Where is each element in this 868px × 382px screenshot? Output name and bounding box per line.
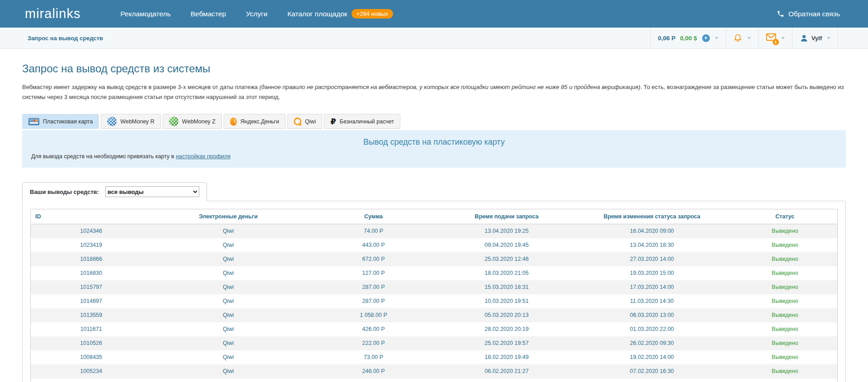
table-cell: 1008435 bbox=[31, 350, 152, 364]
withdrawals-history: Ваши выводы средств: все выводы ID Элект… bbox=[22, 182, 846, 382]
profile-settings-link[interactable]: настройках профиля bbox=[176, 153, 230, 160]
column-header-status-change-time: Время изменения статуса запроса bbox=[571, 209, 732, 224]
table-cell: 01.03.2020 22:00 bbox=[571, 322, 732, 336]
table-cell: 1011671 bbox=[31, 322, 152, 336]
table-row: 1015797Qiwi287.00 Р15.03.2020 18:3117.03… bbox=[31, 280, 838, 294]
bell-icon bbox=[733, 33, 742, 43]
table-cell: 25.02.2020 19:57 bbox=[442, 336, 571, 350]
table-cell: Выведено bbox=[732, 308, 837, 322]
table-row: 1018866Qiwi672.00 Р25.03.2020 12:4627.03… bbox=[31, 252, 838, 266]
ruble-icon: ₽ bbox=[330, 118, 336, 126]
tab-bank-transfer[interactable]: ₽ Безналичный расчет bbox=[324, 114, 400, 129]
table-body: 1024346Qiwi74.00 Р13.04.2020 19:2516.04.… bbox=[31, 224, 838, 382]
qiwi-icon bbox=[294, 118, 301, 125]
table-cell: 13.04.2020 19:25 bbox=[442, 224, 571, 238]
webmoney-z-icon bbox=[169, 117, 178, 126]
breadcrumb: Запрос на вывод средств bbox=[28, 35, 103, 42]
column-header-amount: Сумма bbox=[305, 209, 442, 224]
feedback-link[interactable]: Обратная связь bbox=[777, 10, 840, 18]
tab-qiwi[interactable]: Qiwi bbox=[287, 114, 322, 129]
table-cell: 19.03.2020 15:00 bbox=[571, 266, 732, 280]
table-cell: Qiwi bbox=[151, 350, 305, 364]
intro-before: Вебмастер имеет задержку на вывод средст… bbox=[22, 84, 259, 90]
user-menu[interactable]: Vylf bbox=[792, 28, 838, 48]
table-cell: 16.04.2020 09:00 bbox=[571, 224, 732, 238]
table-cell: 25.03.2020 12:46 bbox=[442, 252, 571, 266]
chevron-down-icon[interactable] bbox=[715, 37, 718, 39]
table-row: 1008435Qiwi73.00 Р18.02.2020 19:4919.02.… bbox=[31, 350, 838, 364]
table-cell: 18.03.2020 21:05 bbox=[442, 266, 571, 280]
withdrawals-filter-select[interactable]: все выводы bbox=[105, 186, 199, 197]
table-cell: Выведено bbox=[732, 224, 837, 238]
table-cell: Выведено bbox=[732, 266, 837, 280]
table-cell: Qiwi bbox=[151, 336, 305, 350]
table-cell: 672.00 Р bbox=[305, 252, 442, 266]
table-cell: Выведено bbox=[732, 322, 837, 336]
nav-item-label: Услуги bbox=[246, 10, 267, 18]
webmoney-r-icon bbox=[107, 117, 117, 126]
tab-label: Безналичный расчет bbox=[340, 118, 394, 125]
tab-plastic-card[interactable]: Пластиковая карта bbox=[22, 114, 99, 129]
table-cell: 06.02.2020 21:27 bbox=[442, 364, 571, 378]
messages-menu[interactable]: 1 bbox=[758, 28, 792, 48]
phone-icon bbox=[777, 10, 784, 18]
table-cell: Qiwi bbox=[151, 280, 305, 294]
column-header-emoney: Электронные деньги bbox=[151, 209, 305, 224]
table-cell: 09.04.2020 19:45 bbox=[442, 238, 571, 252]
balance-rub: 0,06 Р bbox=[658, 35, 676, 42]
table-cell: 1016830 bbox=[31, 266, 152, 280]
user-icon bbox=[800, 34, 808, 42]
add-funds-button[interactable]: + bbox=[702, 34, 710, 42]
table-cell: Выведено bbox=[732, 238, 837, 252]
table-cell: Qiwi bbox=[151, 364, 305, 378]
table-cell: 17.03.2020 14:00 bbox=[571, 280, 732, 294]
table-row: 1013559Qiwi1 058.00 Р05.03.2020 20:1306.… bbox=[31, 308, 838, 322]
feedback-label: Обратная связь bbox=[788, 10, 840, 18]
table-cell: 1 058.00 Р bbox=[305, 308, 442, 322]
page-title: Запрос на вывод средств из системы bbox=[22, 62, 846, 75]
nav-item-advertiser[interactable]: Рекламодатель bbox=[120, 10, 170, 18]
table-cell: 10.03.2020 19:51 bbox=[442, 294, 571, 308]
subbar-right: 0,06 Р 0,00 $ + 1 Vylf bbox=[650, 28, 838, 48]
table-cell: Qiwi bbox=[151, 308, 305, 322]
main-nav: Рекламодатель Вебмастер Услуги Каталог п… bbox=[120, 9, 393, 19]
table-cell: 28.02.2020 20:19 bbox=[442, 322, 571, 336]
column-header-request-time: Время подачи запроса bbox=[442, 209, 571, 224]
table-row: 1016830Qiwi127.00 Р18.03.2020 21:0519.03… bbox=[31, 266, 838, 280]
table-cell: 74.00 Р bbox=[305, 224, 442, 238]
nav-item-services[interactable]: Услуги bbox=[246, 10, 267, 18]
withdrawals-table-card: ID Электронные деньги Сумма Время подачи… bbox=[22, 201, 846, 382]
nav-item-catalog[interactable]: Каталог площадок +294 новых bbox=[287, 9, 393, 19]
table-cell: 443.00 Р bbox=[305, 238, 442, 252]
table-cell: 222.00 Р bbox=[305, 336, 442, 350]
table-cell: Выведено bbox=[732, 252, 837, 266]
payment-tabs: Пластиковая карта WebMoney R WebMoney Z … bbox=[22, 114, 846, 129]
table-cell: Qiwi bbox=[151, 322, 305, 336]
withdrawals-table: ID Электронные деньги Сумма Время подачи… bbox=[30, 209, 838, 382]
chevron-down-icon[interactable] bbox=[747, 37, 751, 39]
panel-note: Для вывода средств на необходимо привяза… bbox=[31, 153, 837, 160]
table-cell: Выведено bbox=[732, 336, 837, 350]
tab-webmoney-z[interactable]: WebMoney Z bbox=[163, 114, 222, 129]
table-cell: 15.03.2020 18:31 bbox=[442, 280, 571, 294]
nav-item-label: Рекламодатель bbox=[120, 10, 170, 18]
tab-label: Пластиковая карта bbox=[43, 118, 93, 125]
table-cell: 1023419 bbox=[31, 238, 152, 252]
tab-yandex-money[interactable]: Яндекс.Деньги bbox=[224, 114, 286, 129]
tab-label: WebMoney Z bbox=[182, 118, 216, 125]
chevron-down-icon[interactable] bbox=[827, 37, 830, 39]
notifications-menu[interactable] bbox=[726, 28, 758, 48]
balance-group[interactable]: 0,06 Р 0,00 $ + bbox=[650, 28, 726, 48]
tab-webmoney-r[interactable]: WebMoney R bbox=[101, 114, 161, 129]
chevron-down-icon[interactable] bbox=[781, 37, 785, 39]
nav-item-webmaster[interactable]: Вебмастер bbox=[191, 10, 226, 18]
table-cell: 127.00 Р bbox=[305, 266, 442, 280]
table-cell: 11.03.2020 14:30 bbox=[571, 294, 732, 308]
table-cell: Qiwi bbox=[151, 224, 305, 238]
logo[interactable]: miralinks bbox=[25, 6, 80, 21]
table-row: 1005234Qiwi246.00 Р06.02.2020 21:2707.02… bbox=[31, 364, 838, 378]
table-cell: 426.00 Р bbox=[305, 322, 442, 336]
table-cell: Qiwi bbox=[151, 294, 305, 308]
table-row: 1024346Qiwi74.00 Р13.04.2020 19:2516.04.… bbox=[31, 224, 838, 238]
new-sites-badge: +294 новых bbox=[352, 9, 393, 19]
